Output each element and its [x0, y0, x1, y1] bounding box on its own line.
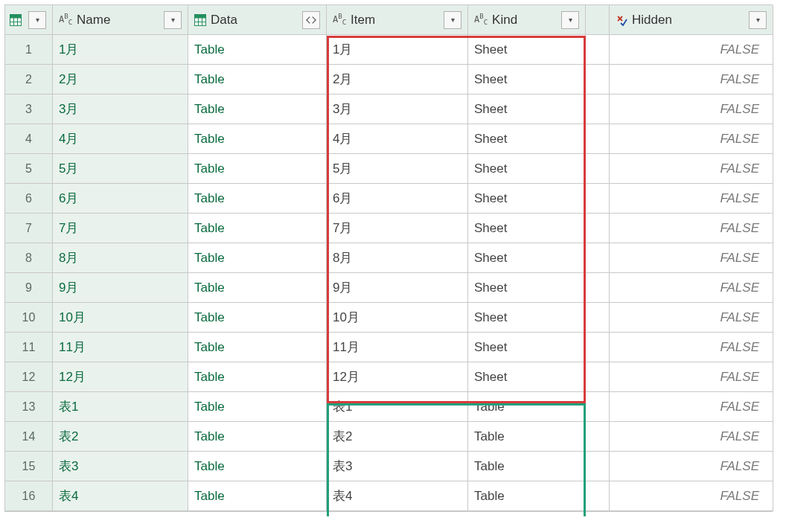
row-number[interactable]: 10 [5, 303, 53, 333]
cell-kind[interactable]: Sheet [468, 124, 586, 154]
col-header-kind[interactable]: ABC Kind ▾ [468, 5, 586, 35]
cell-kind[interactable]: Sheet [468, 214, 586, 243]
cell-name[interactable]: 表2 [53, 422, 188, 452]
cell-kind[interactable]: Table [468, 422, 586, 452]
row-number[interactable]: 4 [5, 124, 53, 154]
cell-data[interactable]: Table [188, 303, 327, 333]
row-number[interactable]: 16 [5, 481, 53, 511]
cell-data[interactable]: Table [188, 243, 327, 273]
cell-item[interactable]: 11月 [327, 333, 468, 362]
cell-item[interactable]: 12月 [327, 362, 468, 392]
row-number-header[interactable]: ▾ [5, 5, 53, 35]
cell-name[interactable]: 表4 [53, 481, 188, 511]
cell-name[interactable]: 3月 [53, 94, 188, 124]
cell-name[interactable]: 2月 [53, 65, 188, 94]
cell-spacer[interactable] [586, 392, 610, 422]
cell-kind[interactable]: Sheet [468, 333, 586, 362]
filter-dropdown[interactable]: ▾ [749, 11, 767, 29]
row-number[interactable]: 2 [5, 65, 53, 94]
expand-button[interactable] [302, 11, 320, 29]
cell-kind[interactable]: Sheet [468, 243, 586, 273]
cell-spacer[interactable] [586, 243, 610, 273]
row-number[interactable]: 8 [5, 243, 53, 273]
cell-data[interactable]: Table [188, 184, 327, 214]
row-number[interactable]: 15 [5, 452, 53, 481]
cell-spacer[interactable] [586, 422, 610, 452]
cell-spacer[interactable] [586, 184, 610, 214]
cell-spacer[interactable] [586, 273, 610, 303]
cell-kind[interactable]: Sheet [468, 273, 586, 303]
cell-kind[interactable]: Sheet [468, 184, 586, 214]
cell-data[interactable]: Table [188, 422, 327, 452]
cell-item[interactable]: 2月 [327, 65, 468, 94]
cell-hidden[interactable]: FALSE [610, 392, 773, 422]
cell-data[interactable]: Table [188, 362, 327, 392]
cell-name[interactable]: 7月 [53, 214, 188, 243]
cell-kind[interactable]: Table [468, 392, 586, 422]
row-number[interactable]: 9 [5, 273, 53, 303]
cell-name[interactable]: 表3 [53, 452, 188, 481]
cell-hidden[interactable]: FALSE [610, 243, 773, 273]
cell-name[interactable]: 10月 [53, 303, 188, 333]
cell-item[interactable]: 9月 [327, 273, 468, 303]
cell-name[interactable]: 9月 [53, 273, 188, 303]
cell-name[interactable]: 11月 [53, 333, 188, 362]
cell-item[interactable]: 表2 [327, 422, 468, 452]
cell-kind[interactable]: Sheet [468, 94, 586, 124]
row-number[interactable]: 6 [5, 184, 53, 214]
cell-name[interactable]: 8月 [53, 243, 188, 273]
cell-item[interactable]: 表3 [327, 452, 468, 481]
cell-data[interactable]: Table [188, 392, 327, 422]
col-header-hidden[interactable]: Hidden ▾ [610, 5, 773, 35]
cell-kind[interactable]: Sheet [468, 154, 586, 184]
cell-data[interactable]: Table [188, 94, 327, 124]
cell-hidden[interactable]: FALSE [610, 333, 773, 362]
cell-data[interactable]: Table [188, 214, 327, 243]
row-number[interactable]: 3 [5, 94, 53, 124]
col-header-data[interactable]: Data [188, 5, 327, 35]
row-number[interactable]: 12 [5, 362, 53, 392]
cell-name[interactable]: 1月 [53, 35, 188, 65]
cell-spacer[interactable] [586, 35, 610, 65]
cell-name[interactable]: 表1 [53, 392, 188, 422]
cell-data[interactable]: Table [188, 35, 327, 65]
cell-data[interactable]: Table [188, 452, 327, 481]
cell-item[interactable]: 4月 [327, 124, 468, 154]
filter-dropdown[interactable]: ▾ [444, 11, 461, 29]
cell-spacer[interactable] [586, 481, 610, 511]
cell-spacer[interactable] [586, 362, 610, 392]
cell-hidden[interactable]: FALSE [610, 452, 773, 481]
cell-item[interactable]: 表4 [327, 481, 468, 511]
cell-hidden[interactable]: FALSE [610, 154, 773, 184]
cell-hidden[interactable]: FALSE [610, 362, 773, 392]
cell-name[interactable]: 12月 [53, 362, 188, 392]
cell-item[interactable]: 8月 [327, 243, 468, 273]
cell-hidden[interactable]: FALSE [610, 35, 773, 65]
filter-dropdown[interactable]: ▾ [164, 11, 182, 29]
cell-hidden[interactable]: FALSE [610, 303, 773, 333]
cell-spacer[interactable] [586, 333, 610, 362]
cell-data[interactable]: Table [188, 124, 327, 154]
cell-item[interactable]: 6月 [327, 184, 468, 214]
cell-item[interactable]: 5月 [327, 154, 468, 184]
cell-kind[interactable]: Sheet [468, 303, 586, 333]
cell-hidden[interactable]: FALSE [610, 481, 773, 511]
cell-hidden[interactable]: FALSE [610, 214, 773, 243]
cell-data[interactable]: Table [188, 154, 327, 184]
col-header-name[interactable]: ABC Name ▾ [53, 5, 188, 35]
cell-data[interactable]: Table [188, 273, 327, 303]
cell-spacer[interactable] [586, 94, 610, 124]
cell-spacer[interactable] [586, 65, 610, 94]
cell-item[interactable]: 7月 [327, 214, 468, 243]
cell-spacer[interactable] [586, 214, 610, 243]
cell-kind[interactable]: Table [468, 481, 586, 511]
cell-spacer[interactable] [586, 452, 610, 481]
row-number-dropdown[interactable]: ▾ [28, 11, 46, 29]
cell-hidden[interactable]: FALSE [610, 65, 773, 94]
cell-kind[interactable]: Table [468, 452, 586, 481]
cell-name[interactable]: 4月 [53, 124, 188, 154]
cell-spacer[interactable] [586, 154, 610, 184]
cell-name[interactable]: 5月 [53, 154, 188, 184]
cell-kind[interactable]: Sheet [468, 362, 586, 392]
cell-data[interactable]: Table [188, 481, 327, 511]
